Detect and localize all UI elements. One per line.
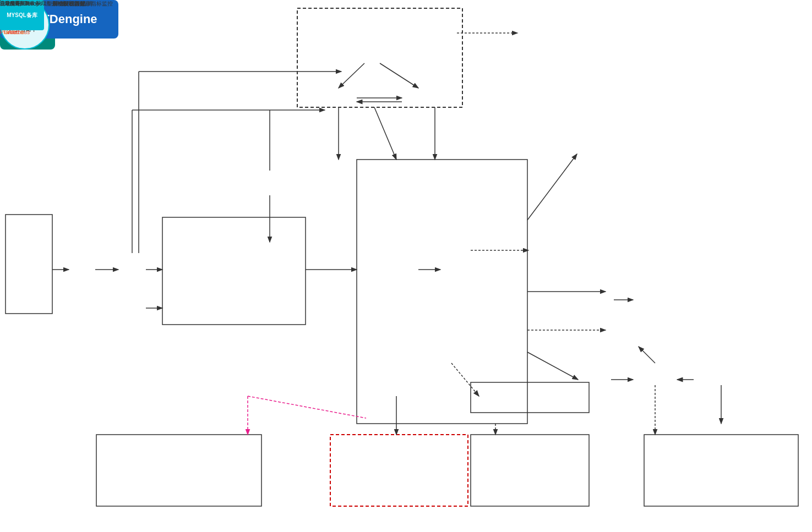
svg-rect-8 xyxy=(471,382,589,413)
auto-devops-label: 自动部署 Devops xyxy=(0,0,42,8)
svg-rect-6 xyxy=(471,435,589,506)
svg-rect-2 xyxy=(162,217,306,325)
svg-rect-3 xyxy=(6,215,52,314)
architecture-diagram: 注册中心集群（Nacos） Nacos 注册 注册 Nacos Nacos xyxy=(0,0,812,532)
svg-line-24 xyxy=(374,107,396,160)
svg-rect-0 xyxy=(297,8,462,107)
svg-line-45 xyxy=(451,363,479,396)
svg-rect-4 xyxy=(96,435,261,506)
svg-rect-7 xyxy=(644,435,798,506)
svg-line-14 xyxy=(339,63,364,88)
svg-rect-5 xyxy=(330,435,468,506)
svg-line-35 xyxy=(639,347,655,363)
svg-line-41 xyxy=(248,396,366,418)
arrows-svg xyxy=(0,0,812,532)
svg-rect-1 xyxy=(357,160,527,424)
svg-line-15 xyxy=(380,63,418,88)
svg-line-37 xyxy=(527,154,577,220)
svg-line-33 xyxy=(527,352,578,380)
